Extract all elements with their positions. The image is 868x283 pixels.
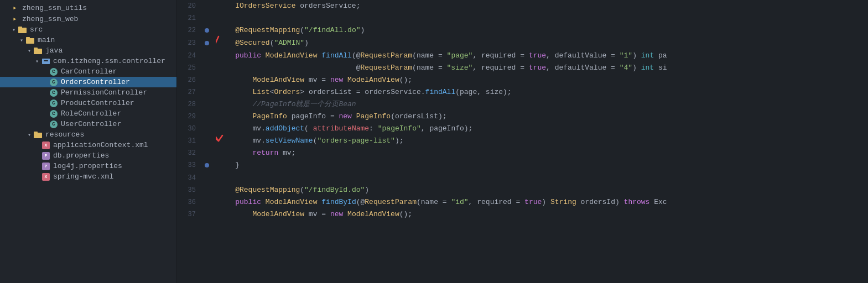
folder-icon	[33, 46, 43, 55]
tree-arrow: ▾	[33, 58, 41, 65]
tree-item-label: resources	[45, 130, 176, 139]
svg-rect-5	[34, 48, 38, 50]
folder-icon	[33, 130, 43, 139]
tree-item-zheng_ssm_utils[interactable]: ▸zheng_ssm_utils	[0, 2, 176, 13]
svg-rect-3	[26, 37, 30, 39]
table-row: 31 mv.setViewName("orders-page-list");	[177, 135, 868, 147]
tree-item-PermissionController[interactable]: CPermissionController	[0, 87, 176, 98]
line-number: 37	[177, 208, 205, 221]
tree-item-label: zheng_ssm_utils	[22, 4, 176, 12]
line-number: 21	[177, 12, 205, 24]
line-number: 26	[177, 74, 205, 86]
line-gutter	[205, 50, 216, 62]
code-lines: 20 IOrdersService ordersService;2122 @Re…	[177, 0, 868, 221]
table-row: 35 @RequestMapping("/findById.do")	[177, 184, 868, 196]
line-code: IOrdersService ordersService;	[216, 0, 868, 12]
tree-item-label: log4j.properties	[53, 162, 176, 170]
line-gutter	[205, 123, 216, 135]
line-gutter	[205, 208, 216, 221]
line-number: 31	[177, 135, 205, 147]
table-row: 33 }	[177, 159, 868, 172]
tree-item-OrdersController[interactable]: COrdersController	[0, 77, 176, 87]
tree-item-resources[interactable]: ▾resources	[0, 129, 176, 140]
folder-icon	[18, 25, 28, 34]
package-icon	[41, 57, 51, 65]
line-code: PageInfo pageInfo = new PageInfo(ordersL…	[216, 111, 868, 123]
line-number: 28	[177, 98, 205, 111]
line-code: public ModelAndView findAll(@RequestPara…	[216, 50, 868, 62]
breakpoint-indicator	[205, 28, 209, 33]
line-code	[216, 172, 868, 184]
tree-item-src[interactable]: ▾src	[0, 24, 176, 35]
class-icon: C	[49, 67, 59, 76]
table-row: 23 @Secured("ADMIN")	[177, 37, 868, 50]
tree-item-label: zheng_ssm_web	[22, 15, 176, 23]
breakpoint-indicator	[205, 41, 209, 45]
class-icon: C	[49, 99, 59, 107]
svg-rect-1	[18, 27, 22, 29]
line-gutter	[205, 135, 216, 147]
tree-item-pkg[interactable]: ▾com.itzheng.ssm.controller	[0, 56, 176, 66]
line-number: 35	[177, 184, 205, 196]
line-code: mv.addObject( attributeName: "pageInfo",…	[216, 123, 868, 135]
line-code	[216, 12, 868, 24]
module-icon: ▸	[10, 3, 20, 12]
tree-item-java[interactable]: ▾java	[0, 45, 176, 56]
tree-item-main[interactable]: ▾main	[0, 35, 176, 45]
xml-file-icon: X	[41, 141, 51, 149]
tree-item-db.properties[interactable]: Pdb.properties	[0, 150, 176, 161]
line-gutter	[205, 159, 216, 172]
line-gutter	[205, 74, 216, 86]
line-code: }	[216, 159, 868, 172]
xml-file-icon: X	[41, 172, 51, 181]
table-row: 30 mv.addObject( attributeName: "pageInf…	[177, 123, 868, 135]
tree-item-RoleController[interactable]: CRoleController	[0, 108, 176, 119]
tree-item-UserController[interactable]: CUserController	[0, 119, 176, 129]
class-icon: C	[49, 109, 59, 118]
tree-item-ProductController[interactable]: CProductController	[0, 98, 176, 108]
line-number: 24	[177, 50, 205, 62]
class-icon: C	[49, 120, 59, 128]
line-gutter	[205, 98, 216, 111]
table-row: 22 @RequestMapping("/findAll.do")	[177, 24, 868, 37]
table-row: 25 @RequestParam(name = "size", required…	[177, 62, 868, 74]
line-gutter	[205, 0, 216, 12]
table-row: 32 return mv;	[177, 147, 868, 159]
tree-item-spring-mvc.xml[interactable]: Xspring-mvc.xml	[0, 171, 176, 182]
folder-icon	[25, 36, 35, 44]
tree-item-label: ProductController	[61, 99, 176, 107]
line-code: List<Orders> ordersList = ordersService.…	[216, 86, 868, 98]
table-row: 28 //PageInfo就是一个分页Bean	[177, 98, 868, 111]
line-gutter	[205, 12, 216, 24]
tree-arrow: ▾	[18, 37, 25, 44]
tree-item-label: spring-mvc.xml	[53, 172, 176, 181]
line-number: 34	[177, 172, 205, 184]
table-row: 37 ModelAndView mv = new ModelAndView();	[177, 208, 868, 221]
line-number: 33	[177, 159, 205, 172]
table-row: 36 public ModelAndView findById(@Request…	[177, 196, 868, 208]
tree-item-label: CarController	[61, 67, 176, 76]
line-number: 25	[177, 62, 205, 74]
line-code: ModelAndView mv = new ModelAndView();	[216, 208, 868, 221]
svg-rect-9	[34, 132, 38, 134]
code-editor: 20 IOrdersService ordersService;2122 @Re…	[177, 0, 868, 283]
tree-item-log4j.properties[interactable]: Plog4j.properties	[0, 161, 176, 171]
tree-item-label: OrdersController	[61, 78, 176, 86]
line-gutter	[205, 184, 216, 196]
tree-item-applicationContext.xml[interactable]: XapplicationContext.xml	[0, 140, 176, 150]
line-number: 22	[177, 24, 205, 37]
tree-item-CarController[interactable]: CCarController	[0, 66, 176, 77]
line-gutter	[205, 37, 216, 50]
class-icon: C	[49, 78, 59, 86]
line-number: 27	[177, 86, 205, 98]
line-number: 30	[177, 123, 205, 135]
line-gutter	[205, 86, 216, 98]
line-gutter	[205, 24, 216, 37]
tree-item-zheng_ssm_web[interactable]: ▸zheng_ssm_web	[0, 13, 176, 24]
line-code: @RequestMapping("/findAll.do")	[216, 24, 868, 37]
table-row: 24 public ModelAndView findAll(@RequestP…	[177, 50, 868, 62]
line-number: 36	[177, 196, 205, 208]
line-code: public ModelAndView findById(@RequestPar…	[216, 196, 868, 208]
tree-item-label: applicationContext.xml	[53, 141, 176, 149]
svg-rect-7	[44, 60, 48, 61]
